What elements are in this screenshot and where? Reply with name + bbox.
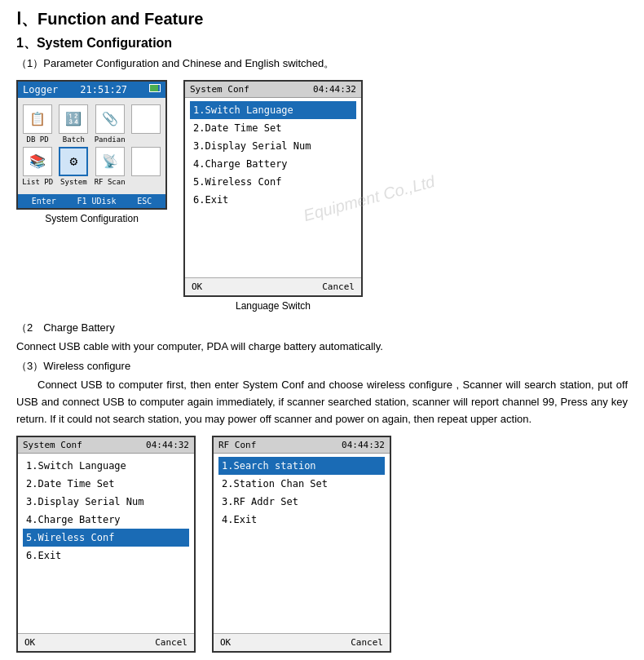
menu2-screen: System Conf 04:44:32 1.Switch Language 2… bbox=[16, 436, 196, 653]
device-icon-empty bbox=[130, 104, 162, 144]
device-icon-listpd-label: List PD bbox=[22, 178, 53, 186]
menu3-header-title: RF Conf bbox=[218, 440, 256, 450]
menu3-screen: RF Conf 04:44:32 1.Search station 2.Stat… bbox=[212, 436, 391, 653]
device-icon-rfscan-label: RF Scan bbox=[95, 178, 126, 186]
sub1-title: 1、System Configuration bbox=[16, 35, 628, 52]
caption-right: Language Switch bbox=[236, 300, 311, 312]
menu2-screenshot-wrap: System Conf 04:44:32 1.Switch Language 2… bbox=[16, 436, 196, 653]
device-icon-listpd-box: 📚 bbox=[23, 147, 52, 176]
device-icon-system: ⚙️ System bbox=[57, 147, 90, 186]
menu1-items: 1.Switch Language 2.Date Time Set 3.Disp… bbox=[185, 98, 361, 277]
device-icon-listpd: 📚 List PD bbox=[21, 147, 54, 186]
device-icon-empty2 bbox=[130, 147, 162, 186]
menu1-footer-cancel[interactable]: Cancel bbox=[322, 281, 355, 292]
menu3-header: RF Conf 04:44:32 bbox=[214, 437, 390, 454]
device-screenshot-wrap: Logger 21:51:27 📋 DB PD 🔢 Batch 📎 Pandia… bbox=[16, 80, 167, 224]
menu2-header-time: 04:44:32 bbox=[146, 440, 189, 450]
device-header-time: 21:51:27 bbox=[80, 84, 127, 95]
device-icon-batch: 🔢 Batch bbox=[57, 104, 90, 144]
para3-body: Connect USB to computer first, then ente… bbox=[16, 377, 628, 427]
menu2-item-5[interactable]: 5.Wireless Conf bbox=[23, 529, 189, 547]
para2-body: Connect USB cable with your computer, PD… bbox=[16, 339, 628, 355]
menu2-header: System Conf 04:44:32 bbox=[18, 437, 194, 454]
menu2-items: 1.Switch Language 2.Date Time Set 3.Disp… bbox=[18, 454, 194, 633]
device-icon-rfscan-box: 📡 bbox=[95, 147, 125, 176]
device-icon-pandian-label: Pandian bbox=[95, 135, 126, 144]
menu1-header-time: 04:44:32 bbox=[313, 84, 356, 95]
device-icon-batch-label: Batch bbox=[63, 135, 85, 144]
menu2-header-title: System Conf bbox=[23, 440, 82, 450]
device-footer-f1: F1 UDisk bbox=[77, 197, 116, 206]
menu1-item-4[interactable]: 4.Charge Battery bbox=[190, 155, 356, 173]
menu3-footer-ok[interactable]: OK bbox=[220, 637, 231, 648]
menu1-footer: OK Cancel bbox=[185, 277, 361, 295]
menu1-header-title: System Conf bbox=[190, 84, 249, 95]
menu2-item-3[interactable]: 3.Display Serial Num bbox=[23, 493, 189, 511]
device-icons-grid: 📋 DB PD 🔢 Batch 📎 Pandian 📚 bbox=[18, 98, 165, 189]
para1: （1）Parameter Configuration and Chinese a… bbox=[16, 55, 628, 72]
device-footer-enter: Enter bbox=[32, 197, 56, 206]
device-icon-dbpd: 📋 DB PD bbox=[21, 104, 54, 144]
para3-label: （3）Wireless configure bbox=[16, 358, 628, 374]
device-footer: Enter F1 UDisk ESC bbox=[18, 194, 165, 208]
menu3-footer-cancel[interactable]: Cancel bbox=[351, 637, 383, 648]
screenshots-row-2: System Conf 04:44:32 1.Switch Language 2… bbox=[16, 436, 628, 653]
menu3-item-3[interactable]: 3.RF Addr Set bbox=[218, 493, 385, 511]
battery-icon bbox=[149, 84, 161, 92]
menu2-item-4[interactable]: 4.Charge Battery bbox=[23, 511, 189, 529]
menu3-item-2[interactable]: 2.Station Chan Set bbox=[218, 475, 385, 493]
device-icon-system-label: System bbox=[60, 178, 87, 186]
menu2-item-2[interactable]: 2.Date Time Set bbox=[23, 475, 189, 493]
device-icon-rfscan: 📡 RF Scan bbox=[94, 147, 126, 186]
menu2-footer-ok[interactable]: OK bbox=[24, 637, 35, 648]
device-icon-dbpd-label: DB PD bbox=[27, 135, 49, 144]
menu1-footer-ok[interactable]: OK bbox=[192, 281, 202, 292]
menu1-item-5[interactable]: 5.Wireless Conf bbox=[190, 173, 356, 191]
menu1-header: System Conf 04:44:32 bbox=[185, 82, 361, 98]
menu1-item-6[interactable]: 6.Exit bbox=[190, 191, 356, 209]
caption-left: System Configuration bbox=[45, 213, 139, 224]
menu2-item-6[interactable]: 6.Exit bbox=[23, 547, 189, 565]
menu3-items: 1.Search station 2.Station Chan Set 3.RF… bbox=[214, 454, 390, 633]
menu3-item-4[interactable]: 4.Exit bbox=[218, 511, 385, 529]
device-screen: Logger 21:51:27 📋 DB PD 🔢 Batch 📎 Pandia… bbox=[16, 80, 167, 210]
device-icon-dbpd-box: 📋 bbox=[23, 104, 52, 134]
device-footer-esc: ESC bbox=[137, 197, 152, 206]
menu1-item-3[interactable]: 3.Display Serial Num bbox=[190, 137, 356, 155]
device-header-logo: Logger bbox=[23, 84, 58, 95]
menu3-header-time: 04:44:32 bbox=[342, 440, 385, 450]
menu2-footer: OK Cancel bbox=[18, 633, 194, 651]
main-title: Ⅰ、Function and Feature bbox=[16, 8, 628, 30]
menu3-screenshot-wrap: RF Conf 04:44:32 1.Search station 2.Stat… bbox=[212, 436, 391, 653]
screenshots-row-1: Logger 21:51:27 📋 DB PD 🔢 Batch 📎 Pandia… bbox=[16, 80, 628, 312]
menu2-item-1[interactable]: 1.Switch Language bbox=[23, 457, 189, 475]
menu3-footer: OK Cancel bbox=[214, 633, 390, 651]
menu3-item-1[interactable]: 1.Search station bbox=[218, 457, 385, 475]
menu1-screenshot-wrap: System Conf 04:44:32 1.Switch Language 2… bbox=[183, 80, 363, 312]
device-icon-system-box: ⚙️ bbox=[59, 147, 88, 176]
menu1-screen: System Conf 04:44:32 1.Switch Language 2… bbox=[183, 80, 363, 297]
device-icon-batch-box: 🔢 bbox=[59, 104, 88, 134]
para2-label: （2 Charge Battery bbox=[16, 320, 628, 336]
device-icon-pandian-box: 📎 bbox=[95, 104, 125, 134]
menu1-item-1[interactable]: 1.Switch Language bbox=[190, 101, 356, 119]
device-icon-empty2-box bbox=[131, 147, 161, 176]
menu2-footer-cancel[interactable]: Cancel bbox=[155, 637, 187, 648]
menu1-item-2[interactable]: 2.Date Time Set bbox=[190, 119, 356, 137]
device-icon-pandian: 📎 Pandian bbox=[94, 104, 126, 144]
device-header: Logger 21:51:27 bbox=[18, 82, 165, 98]
device-icon-empty-box bbox=[131, 104, 161, 134]
